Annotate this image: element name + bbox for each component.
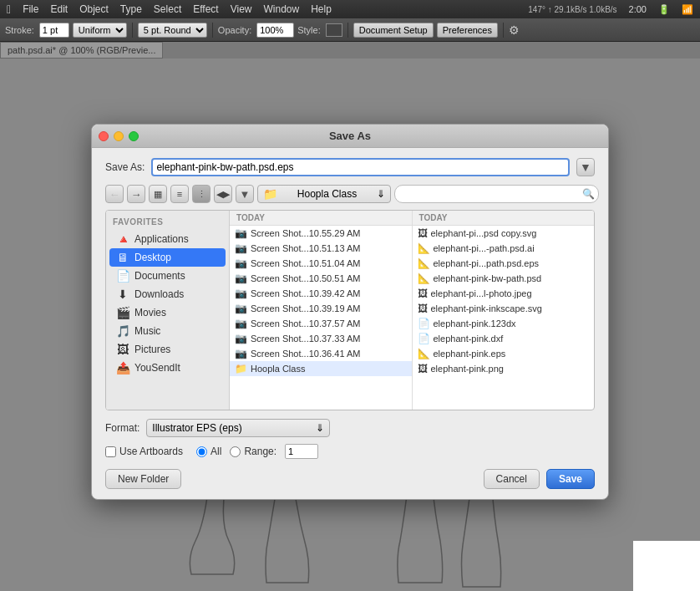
menubar-help[interactable]: Help [311,3,332,15]
yousend-icon: 📤 [116,361,129,374]
list-view-btn[interactable]: ≡ [170,185,189,203]
brush-select[interactable]: 5 pt. Round [138,23,207,38]
list-item[interactable]: 📷Screen Shot...10.39.42 AM [230,286,412,301]
new-folder-btn[interactable]: New Folder [105,469,181,489]
list-item[interactable]: 📄elephant-pink.123dx [413,316,595,331]
sidebar-item-label: Movies [134,307,166,318]
back-btn[interactable]: ← [105,185,124,203]
list-item[interactable]: 📷Screen Shot...10.51.13 AM [230,241,412,256]
range-input[interactable] [285,444,318,459]
menubar-object[interactable]: Object [79,3,109,15]
sidebar-item-music[interactable]: 🎵 Music [109,322,226,340]
all-radio[interactable]: All [196,446,221,457]
file-icon: 📷 [235,333,247,344]
menubar-effect[interactable]: Effect [193,3,218,15]
format-row: Format: Illustrator EPS (eps) ⇓ [105,419,595,437]
list-item[interactable]: 📷Screen Shot...10.37.57 AM [230,316,412,331]
footer-right: Cancel Save [484,469,595,489]
doc-setup-btn[interactable]: Document Setup [353,23,434,38]
range-radio-input[interactable] [230,446,241,457]
hoopla-class-folder[interactable]: 📁Hoopla Class [230,361,412,376]
sidebar-item-documents[interactable]: 📄 Documents [109,267,226,285]
menubar-select[interactable]: Select [154,3,181,15]
minimize-button[interactable] [114,131,124,141]
file-icon: 📄 [418,333,430,344]
canvas-tab[interactable]: path.psd.ai* @ 100% (RGB/Previe... [0,42,163,59]
sidebar-item-downloads[interactable]: ⬇ Downloads [109,285,226,303]
menubar-file[interactable]: File [23,3,38,15]
preferences-btn[interactable]: Preferences [437,23,498,38]
expand-arrow[interactable]: ▼ [576,158,595,176]
list-item[interactable]: 📷Screen Shot...10.36.41 AM [230,346,412,361]
sidebar-section-label: FAVORITES [106,217,229,230]
list-item[interactable]: 📷Screen Shot...10.50.51 AM [230,271,412,286]
file-icon: 🖼 [418,303,428,314]
list-item[interactable]: 📷Screen Shot...10.51.04 AM [230,256,412,271]
file-icon: 📄 [418,318,430,329]
list-item[interactable]: 📐elephant-pink-bw-path.psd [413,271,595,286]
filename-input[interactable] [151,158,570,176]
window-controls [99,131,139,141]
maximize-button[interactable] [129,131,139,141]
sidebar-item-label: YouSendIt [134,362,180,374]
list-item[interactable]: 📄elephant-pink.dxf [413,331,595,346]
stroke-type-select[interactable]: Uniform [73,23,127,38]
list-item[interactable]: 📷Screen Shot...10.55.29 AM [230,226,412,241]
dialog-footer: New Folder Cancel Save [105,469,595,489]
column-view-btn[interactable]: ⋮ [192,185,211,203]
file-icon: 📐 [418,257,430,269]
sidebar-item-desktop[interactable]: 🖥 Desktop [109,248,226,267]
opacity-input[interactable] [256,23,294,38]
list-item[interactable]: 🖼elephant-pink-inkscape.svg [413,301,595,316]
options-row: Use Artboards All Range: [105,444,595,459]
stroke-label: Stroke: [5,25,34,35]
pictures-icon: 🖼 [116,343,129,356]
file-icon: 🖼 [418,227,428,239]
save-as-label: Save As: [105,161,145,173]
list-item[interactable]: 📷Screen Shot...10.39.19 AM [230,301,412,316]
list-item[interactable]: 🖼elephant-pi...psd copy.svg [413,226,595,241]
folder-selector[interactable]: 📁 Hoopla Class ⇓ [257,185,391,203]
icon-view-btn[interactable]: ▦ [149,185,167,203]
divider [132,23,133,38]
use-artboards-checkbox[interactable]: Use Artboards [105,446,183,457]
all-radio-input[interactable] [196,446,207,457]
cover-view-btn[interactable]: ◀▶ [214,185,232,203]
artboards-checkbox-input[interactable] [105,446,116,457]
sidebar-item-yousend[interactable]: 📤 YouSendIt [109,359,226,377]
divider3 [347,23,348,38]
list-item[interactable]: 🖼elephant-pink.png [413,361,595,376]
stroke-input[interactable] [39,23,69,38]
documents-icon: 📄 [116,269,129,283]
search-input[interactable] [394,185,599,203]
sidebar: FAVORITES 🔺 Applications 🖥 Desktop 📄 Doc… [106,211,230,410]
list-item[interactable]: 📐elephant-pink.eps [413,346,595,361]
sidebar-item-applications[interactable]: 🔺 Applications [109,230,226,248]
action-btn[interactable]: ▼ [236,185,254,203]
cancel-btn[interactable]: Cancel [484,469,540,489]
menubar-window[interactable]: Window [263,3,299,15]
menubar-edit[interactable]: Edit [50,3,68,15]
list-item[interactable]: 🖼elephant-pi...l-photo.jpeg [413,286,595,301]
menubar-view[interactable]: View [231,3,252,15]
sidebar-item-pictures[interactable]: 🖼 Pictures [109,340,226,359]
content-area: FAVORITES 🔺 Applications 🖥 Desktop 📄 Doc… [105,210,595,410]
apple-menu-icon[interactable]:  [7,3,11,16]
file-icon: 📷 [235,273,247,284]
save-as-row: Save As: ▼ [105,158,595,176]
file-icon: 📷 [235,288,247,299]
list-item[interactable]: 📐elephant-pi...path.psd.eps [413,256,595,271]
save-btn[interactable]: Save [546,469,595,489]
close-button[interactable] [99,131,109,141]
list-item[interactable]: 📷Screen Shot...10.37.33 AM [230,331,412,346]
file-icon: 🖼 [418,288,428,299]
style-swatch [326,23,342,37]
format-select[interactable]: Illustrator EPS (eps) ⇓ [146,419,330,437]
sidebar-item-label: Applications [134,233,189,245]
list-item[interactable]: 📐elephant-pi...-path.psd.ai [413,241,595,256]
forward-btn[interactable]: → [127,185,145,203]
left-file-column: Today 📷Screen Shot...10.55.29 AM 📷Screen… [230,211,413,410]
sidebar-item-movies[interactable]: 🎬 Movies [109,303,226,322]
range-radio[interactable]: Range: [230,446,276,457]
menubar-type[interactable]: Type [120,3,142,15]
